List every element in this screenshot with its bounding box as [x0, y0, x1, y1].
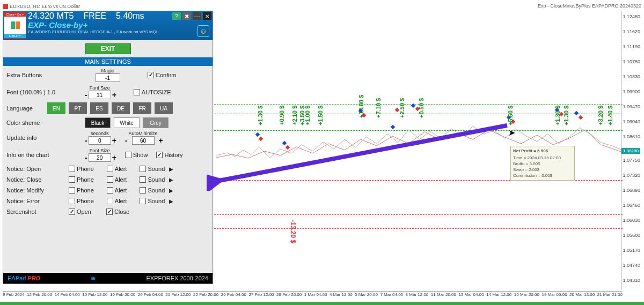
color-grey[interactable]: Grey [143, 117, 169, 128]
lang-es[interactable]: ES [90, 102, 108, 114]
feedback-icon[interactable]: ☺ [197, 25, 209, 37]
label-language: Language [6, 105, 44, 111]
label-screenshot: Screenshot [6, 209, 65, 215]
profit-label: +7.10 $ [375, 98, 382, 118]
logo-bottom-text: UTILITY [4, 34, 26, 38]
chart-font-minus[interactable]: - [85, 153, 87, 162]
profit-label: +1.50 $ [317, 106, 324, 125]
notice-open-sound[interactable] [140, 166, 146, 172]
notice-close-sound[interactable] [140, 176, 146, 183]
profit-label-neg: -13.20 $ [289, 220, 297, 243]
notice-modify-sound[interactable] [140, 187, 146, 194]
magic-input[interactable] [96, 73, 120, 82]
label-update-info: Update info [6, 135, 65, 141]
notice-open-phone[interactable] [69, 166, 75, 172]
bottom-accent-bar [0, 302, 644, 305]
label-magic: Magic [101, 68, 114, 73]
lang-en[interactable]: EN [47, 102, 65, 114]
show-checkbox[interactable] [125, 152, 131, 158]
settings-icon[interactable]: ✖ [182, 12, 191, 20]
stat-mt: 24.320 MT5 [28, 11, 74, 21]
autominimize-plus[interactable]: + [159, 136, 163, 145]
seconds-input[interactable] [89, 136, 111, 145]
autominimize-input[interactable] [132, 136, 155, 145]
profit-label: +13.80 $ [358, 95, 364, 118]
lang-ua[interactable]: UA [155, 102, 173, 114]
stat-ms: 5.40ms [116, 11, 144, 21]
chart-symbol: EURUSD, H1: Euro vs US Dollar [10, 4, 80, 9]
profit-label: +1.40 $ [607, 106, 613, 125]
price-chart[interactable]: +1.30 $ +0.90 $ +2.10 $ +3.50 $ +1.00 $ … [214, 11, 623, 290]
footer-brand: EAPad PRO [8, 275, 40, 281]
label-show: Show [133, 152, 148, 158]
lang-de[interactable]: DE [112, 102, 130, 114]
profit-label: +1.30 $ [257, 106, 264, 125]
sound-expand-icon[interactable]: ▶ [169, 188, 173, 194]
screenshot-open[interactable] [69, 209, 75, 215]
help-icon[interactable]: ? [172, 12, 181, 20]
font-size-minus[interactable]: - [85, 91, 87, 99]
profit-label: +2.10 $ [291, 106, 298, 125]
settings-panel: Close • By + UTILITY 24.320 MT5 FREE 5.4… [3, 11, 213, 284]
exit-button[interactable]: EXIT [85, 43, 131, 54]
color-white[interactable]: White [114, 117, 140, 128]
hline [214, 214, 623, 215]
sound-expand-icon[interactable]: ▶ [169, 177, 173, 183]
notice-close-phone[interactable] [69, 176, 75, 183]
sound-expand-icon[interactable]: ▶ [169, 166, 173, 172]
label-font-size: Font Size [90, 85, 110, 91]
profit-label: +0.50 $ [418, 98, 425, 118]
tooltip-header: Net Profit = 5.50$ [513, 148, 572, 154]
profit-label: +2.50 $ [399, 98, 405, 118]
footer-mid: ≋ [91, 275, 96, 282]
trade-tooltip: Net Profit = 5.50$ Time = 2024.03.15 02:… [510, 146, 575, 181]
lang-pt[interactable]: PT [69, 102, 87, 114]
profit-label: +1.30 $ [563, 106, 569, 125]
chart-y-axis: 1.12480 1.11620 1.11190 1.10760 1.10330 … [621, 11, 641, 290]
font-size-plus[interactable]: + [112, 91, 116, 99]
label-autosize: AUTOSIZE [142, 89, 171, 95]
close-icon[interactable]: ✕ [203, 12, 211, 20]
notice-modify-phone[interactable] [69, 187, 75, 194]
label-extra-buttons: Extra Buttons [6, 72, 65, 78]
logo-top-text: Close • By + [4, 12, 26, 17]
autosize-checkbox[interactable] [134, 89, 140, 95]
label-info-chart: Info on the chart [6, 152, 65, 158]
notice-open-alert[interactable] [107, 166, 113, 172]
current-price-tag: 1.08180 [621, 148, 640, 154]
confirm-checkbox[interactable] [148, 72, 154, 78]
profit-label: +1.00 $ [304, 106, 311, 125]
panel-header: Close • By + UTILITY 24.320 MT5 FREE 5.4… [3, 11, 213, 40]
profit-label: +3.20 $ [597, 106, 604, 125]
screenshot-close[interactable] [106, 209, 113, 215]
label-autominimize: AutoMinimize [129, 131, 158, 136]
minimize-icon[interactable]: — [193, 12, 201, 20]
chart-font-input[interactable] [89, 153, 111, 162]
label-font-scale: Font (100.0% ) 1.0 [6, 89, 65, 95]
seconds-plus[interactable]: + [112, 136, 116, 145]
seconds-minus[interactable]: - [85, 136, 87, 145]
hline [214, 228, 623, 229]
history-checkbox[interactable] [156, 152, 163, 158]
profit-label: +1.30 $ [554, 106, 561, 125]
sound-expand-icon[interactable]: ▶ [169, 198, 173, 204]
lang-fr[interactable]: FR [133, 102, 151, 114]
notice-error-phone[interactable] [69, 198, 75, 204]
notice-error-alert[interactable] [107, 198, 113, 204]
label-seconds: seconds [91, 131, 109, 136]
panel-body: EXIT MAIN SETTINGS Extra Buttons Magic C… [3, 40, 213, 217]
section-main-title: MAIN SETTINGS [3, 57, 213, 66]
autominimize-minus[interactable]: - [125, 136, 128, 145]
chart-font-plus[interactable]: + [112, 153, 116, 162]
profit-label: +0.90 $ [279, 106, 285, 125]
font-size-input[interactable] [89, 91, 111, 99]
stat-status: FREE [83, 11, 106, 21]
label-history: History [164, 152, 182, 158]
notice-modify-alert[interactable] [107, 187, 113, 194]
notice-error-sound[interactable] [140, 198, 146, 204]
color-black[interactable]: Black [85, 117, 111, 128]
symbol-icon [3, 4, 8, 9]
label-notice-error: Notice: Error [6, 198, 65, 204]
panel-footer: EAPad PRO ≋ EXPFOREX 2008-2024 [3, 273, 213, 284]
notice-close-alert[interactable] [107, 176, 113, 183]
